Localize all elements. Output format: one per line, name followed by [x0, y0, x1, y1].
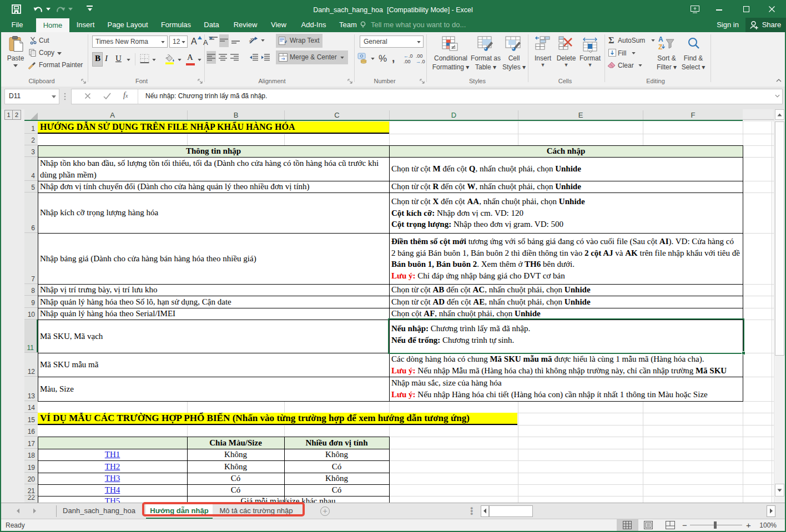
svg-text:ab: ab [249, 37, 255, 44]
